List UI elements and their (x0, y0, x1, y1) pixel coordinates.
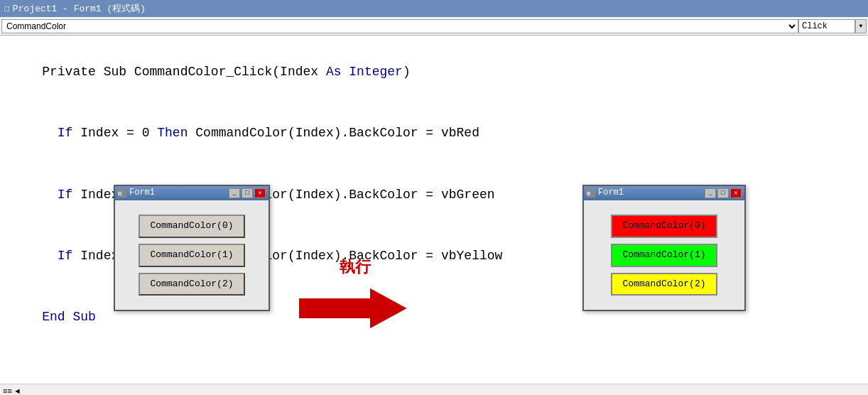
form-after-controls: _ □ ✕ (705, 188, 742, 198)
status-bar: ≡≡ ◄ (0, 384, 868, 395)
form-after-titlebar: ⊞ Form1 _ □ ✕ (584, 186, 744, 200)
form-after-body: CommandColor(0) CommandColor(1) CommandC… (584, 200, 744, 310)
form-before-controls: _ □ ✕ (229, 188, 266, 198)
execute-label: 執行 (340, 256, 371, 281)
form-after-icon: ⊞ (587, 189, 595, 198)
code-line-1: Private Sub CommandColor_Click(Index As … (11, 41, 857, 102)
maximize-btn-before[interactable]: □ (242, 188, 253, 198)
event-dropdown-arrow[interactable]: ▼ (855, 19, 867, 33)
cmd-btn-0-before[interactable]: CommandColor(0) (139, 215, 245, 238)
status-icon-2: ◄ (15, 387, 20, 396)
event-dropdown[interactable]: Click (798, 19, 855, 33)
arrow-area: 執行 (298, 256, 412, 333)
form-before-body: CommandColor(0) CommandColor(1) CommandC… (115, 200, 268, 310)
execute-arrow (298, 283, 412, 333)
minimize-btn-before[interactable]: _ (229, 188, 240, 198)
form-before-icon: ⊞ (118, 189, 126, 198)
svg-marker-0 (298, 287, 408, 330)
code-area: Private Sub CommandColor_Click(Index As … (0, 36, 868, 384)
form-before-title: Form1 (129, 186, 155, 200)
title-icon: ☐ (4, 3, 10, 14)
form-after: ⊞ Form1 _ □ ✕ CommandColor(0) CommandCol… (582, 185, 746, 311)
toolbar: CommandColor Click ▼ (0, 17, 868, 36)
cmd-btn-2-after[interactable]: CommandColor(2) (611, 273, 717, 296)
form-before-titlebar: ⊞ Form1 _ □ ✕ (115, 186, 268, 200)
form-after-title: Form1 (598, 186, 624, 200)
cmd-btn-0-after[interactable]: CommandColor(0) (611, 215, 717, 238)
cmd-btn-2-before[interactable]: CommandColor(2) (139, 273, 245, 296)
close-btn-after[interactable]: ✕ (730, 188, 742, 198)
cmd-btn-1-before[interactable]: CommandColor(1) (139, 244, 245, 267)
close-btn-before[interactable]: ✕ (254, 188, 266, 198)
window-title: Project1 - Form1 (程式碼) (13, 2, 146, 15)
title-bar: ☐ Project1 - Form1 (程式碼) (0, 0, 868, 17)
maximize-btn-after[interactable]: □ (717, 188, 729, 198)
object-dropdown[interactable]: CommandColor (1, 19, 798, 33)
cmd-btn-1-after[interactable]: CommandColor(1) (611, 244, 717, 267)
minimize-btn-after[interactable]: _ (705, 188, 716, 198)
status-icon-1: ≡≡ (3, 387, 12, 396)
code-line-2: If Index = 0 Then CommandColor(Index).Ba… (11, 102, 857, 163)
form-before: ⊞ Form1 _ □ ✕ CommandColor(0) CommandCol… (114, 185, 270, 311)
